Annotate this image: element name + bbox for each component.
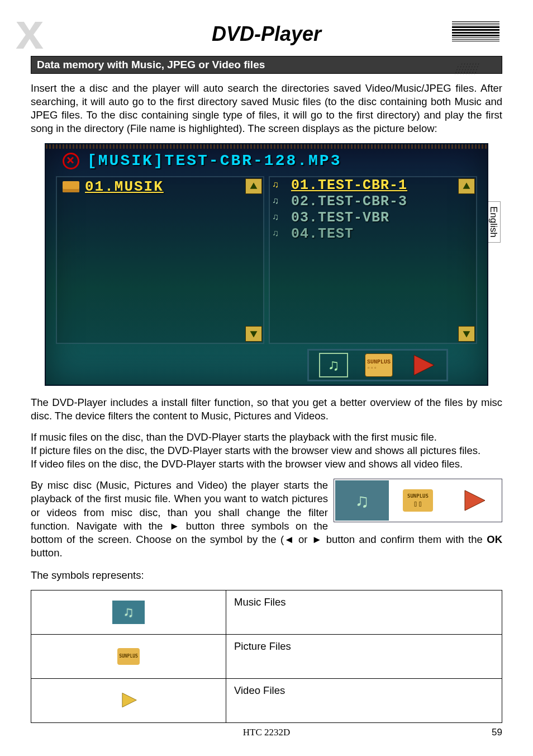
- symbols-label: The symbols represents:: [31, 569, 502, 582]
- picture-files-icon: SUNPLUS: [111, 644, 146, 669]
- svg-marker-2: [463, 183, 470, 189]
- decorative-lines-icon: [452, 21, 499, 42]
- brand-logo: x: [16, 14, 44, 49]
- scroll-down-icon: [458, 326, 475, 342]
- page-number: 59: [492, 727, 502, 738]
- folder-label: 01.MUSIK: [85, 178, 164, 195]
- section-heading: Data memory with Music, JPEG or Video fi…: [31, 56, 502, 74]
- file-panel: ♫ 01.TEST-CBR-1 ♫ 02.TEST-CBR-3 ♫ 03.TES…: [269, 176, 477, 344]
- picture-behavior-text: If picture files on the disc, the DVD-Pl…: [31, 444, 502, 457]
- table-row: ♫ Music Files: [31, 590, 502, 634]
- close-icon: [63, 153, 79, 169]
- file-item: 03.TEST-VBR: [291, 210, 389, 226]
- music-behavior-text: If music files on the disc, than the DVD…: [31, 431, 502, 444]
- player-screenshot: [MUSIK]TEST-CBR-128.MP3 01.MUSIK: [45, 143, 488, 386]
- svg-marker-6: [122, 693, 136, 707]
- table-row: SUNPLUS Picture Files: [31, 634, 502, 678]
- music-files-icon: ♫: [111, 599, 146, 625]
- symbols-table: ♫ Music Files SUNPLUS Picture Files Vide…: [31, 590, 502, 723]
- file-item: 01.TEST-CBR-1: [291, 177, 407, 193]
- filter-bar: ♫ SUNPLUS▫▫▫: [307, 349, 448, 381]
- svg-marker-3: [463, 331, 470, 337]
- music-note-icon: ♫: [272, 179, 285, 192]
- music-note-icon: ♫: [272, 228, 285, 240]
- music-note-icon: ♫: [272, 212, 285, 224]
- music-filter-icon: ♫: [334, 479, 390, 522]
- folder-icon: [63, 181, 79, 192]
- video-filter-icon: [410, 354, 436, 376]
- video-behavior-text: If video files on the disc, the DVD-Play…: [31, 457, 502, 471]
- svg-marker-4: [414, 355, 434, 375]
- model-number: HTC 2232D: [31, 727, 502, 738]
- filter-description: The DVD-Player includes a install filter…: [31, 396, 502, 423]
- file-item: 02.TEST-CBR-3: [291, 193, 407, 210]
- page-footer: HTC 2232D 59: [31, 727, 502, 738]
- svg-marker-0: [250, 183, 258, 189]
- svg-marker-5: [465, 490, 485, 511]
- intro-text: Insert the a disc and the player will au…: [31, 82, 502, 135]
- picture-filter-icon: SUNPLUS▫▫▫: [365, 353, 393, 377]
- video-files-icon: [111, 687, 146, 713]
- video-filter-icon: [446, 479, 502, 522]
- picture-files-label: Picture Files: [226, 634, 502, 678]
- file-item: 04.TEST: [291, 226, 354, 242]
- music-files-label: Music Files: [226, 590, 502, 634]
- svg-marker-1: [250, 331, 258, 337]
- music-note-icon: ♫: [272, 196, 285, 208]
- music-filter-icon: ♫: [319, 353, 348, 377]
- screenshot-title: [MUSIK]TEST-CBR-128.MP3: [87, 152, 341, 169]
- picture-filter-icon: SUNPLUS▯▯: [390, 479, 446, 522]
- scroll-down-icon: [245, 326, 262, 342]
- scroll-up-icon: [245, 178, 262, 194]
- page-title: DVD-Player: [31, 22, 502, 46]
- scroll-up-icon: [458, 178, 475, 194]
- table-row: Video Files: [31, 678, 502, 722]
- video-files-label: Video Files: [226, 678, 502, 722]
- folder-panel: 01.MUSIK: [56, 176, 264, 344]
- filter-icons-inset: ♫ SUNPLUS▯▯: [334, 479, 502, 522]
